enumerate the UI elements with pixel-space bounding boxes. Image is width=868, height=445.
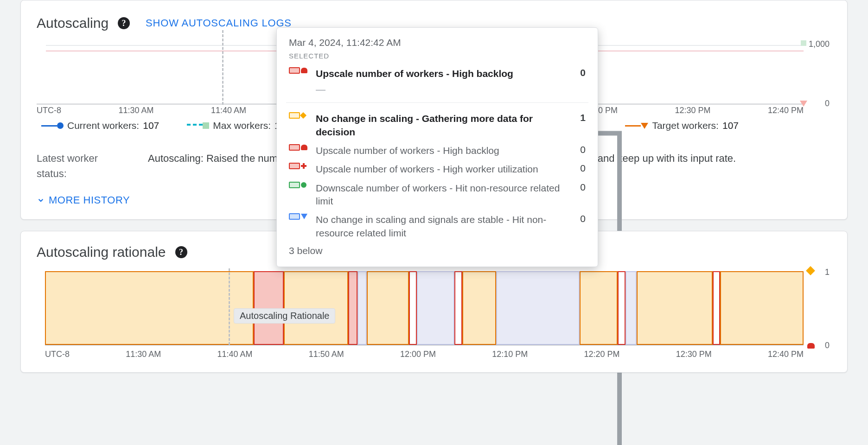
x-tick: 12:40 PM — [768, 350, 804, 359]
segment-stable — [417, 271, 455, 345]
bell-icon — [301, 68, 307, 73]
bar-icon — [289, 112, 300, 119]
diamond-icon — [300, 112, 306, 119]
bar-icon — [289, 67, 300, 74]
tooltip-row-upscale-backlog[interactable]: Upscale number of workers - High backlog… — [289, 141, 586, 160]
diamond-icon — [806, 266, 815, 275]
hover-indicator — [229, 268, 230, 345]
help-icon[interactable]: ? — [118, 17, 130, 29]
max-marker-icon — [801, 40, 806, 46]
segment-nochange — [720, 271, 804, 345]
segment-stable — [625, 271, 637, 345]
tooltip-row-selected-nochange[interactable]: No change in scaling - Gathering more da… — [289, 109, 586, 141]
x-tick: UTC-8 — [45, 350, 70, 359]
segment-nochange — [637, 271, 713, 345]
x-tick: UTC-8 — [37, 106, 61, 115]
segment-nochange — [462, 271, 497, 345]
rationale-title: Autoscaling rationale — [37, 244, 166, 260]
x-tick: 11:30 AM — [118, 106, 153, 115]
bar-icon — [289, 182, 300, 188]
circle-icon — [301, 182, 306, 188]
tooltip-selected-label: SELECTED — [289, 52, 586, 60]
x-tick: 12:30 PM — [675, 106, 710, 115]
segment-nochange — [45, 271, 254, 345]
bell-icon — [301, 145, 307, 150]
help-icon[interactable]: ? — [175, 246, 187, 258]
y-tick-bottom: 0 — [825, 99, 830, 108]
tooltip-dash: — — [289, 83, 586, 96]
bar-icon — [289, 144, 300, 151]
tooltip-row-nochange-stable[interactable]: No change in scaling and signals are sta… — [289, 210, 586, 242]
tooltip-more-below: 3 below — [289, 242, 586, 256]
autoscaling-title: Autoscaling — [37, 15, 108, 31]
plus-icon — [301, 163, 306, 169]
x-tick: 11:30 AM — [126, 350, 161, 359]
y-tick-top: 1 — [825, 267, 830, 277]
triangle-down-icon — [301, 214, 307, 219]
x-tick: 12:20 PM — [584, 350, 619, 359]
y-tick-bottom: 0 — [825, 341, 830, 350]
x-axis: UTC-8 11:30 AM 11:40 AM 11:50 AM 12:00 P… — [45, 350, 804, 359]
x-tick: 12:00 PM — [400, 350, 436, 359]
x-tick: 11:50 AM — [309, 350, 344, 359]
segment-stable — [357, 271, 367, 345]
rationale-chip: Autoscaling Rationale — [234, 308, 335, 324]
tooltip-row-upscale-util[interactable]: Upscale number of workers - High worker … — [289, 160, 586, 178]
rationale-plot: ? 1 0 — [45, 271, 804, 345]
segment-upscale-border — [454, 271, 462, 345]
divider — [286, 102, 588, 103]
x-tick: 11:40 AM — [211, 106, 246, 115]
rationale-chart[interactable]: ? 1 0 Autoscaling Rationale — [37, 271, 831, 359]
tooltip-row-selected-upscale[interactable]: Upscale number of workers - High backlog… — [289, 64, 586, 83]
bar-icon — [289, 213, 300, 220]
bell-icon — [807, 343, 815, 349]
segment-upscale — [348, 271, 357, 345]
tooltip-timestamp: Mar 4, 2024, 11:42:42 AM — [289, 37, 586, 48]
x-tick: 11:40 AM — [217, 350, 252, 359]
bar-icon — [289, 163, 300, 169]
segment-nochange — [367, 271, 409, 345]
segment-upscale-border — [713, 271, 720, 345]
segment-stable — [496, 271, 580, 345]
x-tick: 12:10 PM — [492, 350, 528, 359]
segment-upscale-border — [409, 271, 416, 345]
chart-tooltip: Mar 4, 2024, 11:42:42 AM SELECTED Upscal… — [276, 27, 598, 267]
x-tick: 12:30 PM — [676, 350, 712, 359]
segment-upscale-border — [618, 271, 625, 345]
tooltip-row-downscale[interactable]: Downscale number of workers - Hit non-re… — [289, 179, 586, 211]
x-tick: 12:40 PM — [768, 106, 804, 115]
segment-nochange — [580, 271, 618, 345]
autoscaling-card: Autoscaling ? SHOW AUTOSCALING LOGS 1,00… — [20, 0, 848, 220]
show-autoscaling-logs-button[interactable]: SHOW AUTOSCALING LOGS — [139, 13, 298, 33]
y-tick-top: 1,000 — [809, 39, 830, 49]
